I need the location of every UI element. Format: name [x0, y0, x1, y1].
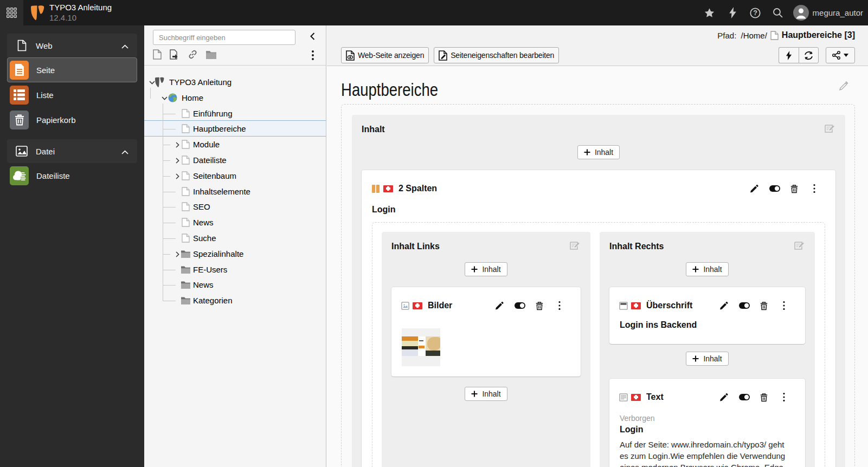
svg-text:?: ?	[753, 9, 757, 17]
